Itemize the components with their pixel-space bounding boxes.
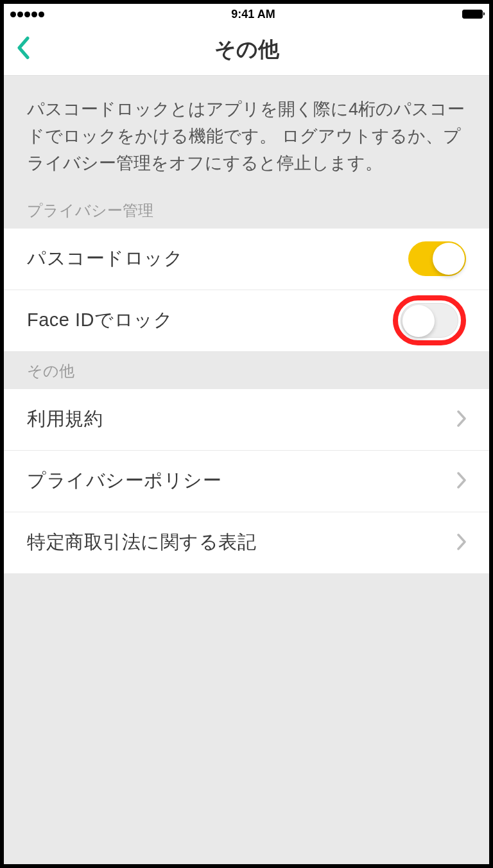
row-terms[interactable]: 利用規約 (4, 389, 489, 451)
back-button[interactable] (15, 35, 30, 64)
row-privacy-policy[interactable]: プライバシーポリシー (4, 451, 489, 512)
chevron-left-icon (15, 35, 30, 60)
row-commerce-law[interactable]: 特定商取引法に関する表記 (4, 512, 489, 574)
toggle-knob (433, 243, 465, 275)
privacy-list: パスコードロック Face IDでロック (4, 229, 489, 352)
status-time: 9:41 AM (231, 8, 275, 21)
chevron-right-icon (457, 467, 466, 494)
row-passcode-lock: パスコードロック (4, 229, 489, 290)
status-bar: 9:41 AM (4, 4, 489, 24)
chevron-right-icon (457, 529, 466, 556)
battery-icon (462, 10, 483, 19)
row-label: パスコードロック (27, 246, 183, 272)
row-label: プライバシーポリシー (27, 468, 221, 494)
row-label: 特定商取引法に関する表記 (27, 530, 256, 555)
passcode-lock-toggle[interactable] (408, 241, 466, 276)
other-list: 利用規約 プライバシーポリシー 特定商取引法に関する表記 (4, 389, 489, 574)
faceid-lock-toggle[interactable] (401, 303, 458, 338)
nav-bar: その他 (4, 24, 489, 76)
content-area: パスコードロックとはアプリを開く際に4桁のパスコードでロックをかける機能です。 … (4, 76, 489, 864)
chevron-right-icon (457, 406, 466, 433)
description-block: パスコードロックとはアプリを開く際に4桁のパスコードでロックをかける機能です。 … (4, 76, 489, 191)
description-text: パスコードロックとはアプリを開く際に4桁のパスコードでロックをかける機能です。 … (27, 96, 466, 177)
signal-dots (10, 12, 44, 17)
toggle-knob (402, 305, 435, 337)
device-frame: 9:41 AM その他 パスコードロックとはアプリを開く際に4桁のパスコードでロ… (0, 0, 493, 868)
row-faceid-lock: Face IDでロック (4, 290, 489, 352)
section-header-other: その他 (4, 352, 489, 389)
row-label: 利用規約 (27, 406, 103, 432)
page-title: その他 (214, 35, 279, 64)
section-header-privacy: プライバシー管理 (4, 191, 489, 229)
row-label: Face IDでロック (27, 308, 173, 333)
highlight-ring (393, 295, 466, 345)
